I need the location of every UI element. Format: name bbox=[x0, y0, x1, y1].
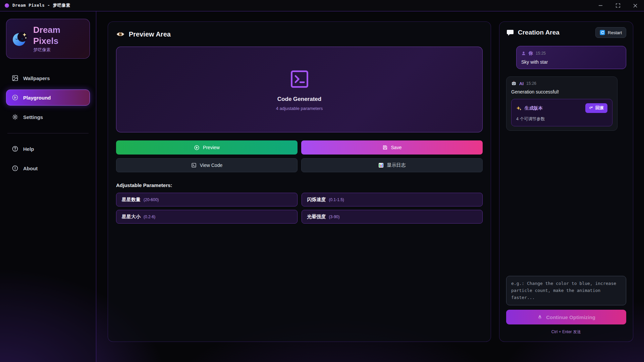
show-logs-button-label: 显示日志 bbox=[387, 162, 406, 168]
user-message: 你 15:25 Sky with star bbox=[516, 46, 626, 69]
eye-icon bbox=[116, 30, 125, 39]
app-body: Dream Pixels 梦呓像素 Wallpapers Playground … bbox=[0, 11, 644, 362]
help-circle-icon bbox=[12, 145, 18, 152]
ai-message: AI 15:26 Generation successful! 生成版本 bbox=[506, 76, 618, 131]
app-title: Dream Pixels bbox=[33, 24, 70, 46]
play-circle-icon bbox=[12, 94, 18, 101]
maximize-icon bbox=[616, 3, 620, 8]
chat-messages: 你 15:25 Sky with star bbox=[506, 46, 626, 131]
param-range: (0.2-6) bbox=[144, 215, 155, 219]
user-icon bbox=[521, 51, 526, 56]
sidebar-item-label: Wallpapers bbox=[23, 75, 50, 81]
sidebar-item-playground[interactable]: Playground bbox=[6, 89, 90, 106]
rollback-button[interactable]: 回滚 bbox=[585, 103, 607, 113]
param-name: 星星数量 bbox=[122, 197, 141, 203]
app-logo-card: Dream Pixels 梦呓像素 bbox=[6, 19, 90, 59]
content-area: Preview Area Code Generated 4 adjustable… bbox=[96, 11, 644, 362]
bar-chart-icon bbox=[378, 163, 384, 168]
image-icon bbox=[12, 75, 18, 81]
message-sender: AI bbox=[519, 81, 524, 86]
maximize-button[interactable] bbox=[609, 0, 627, 11]
titlebar: Dream Pixels - 梦呓像素 bbox=[0, 0, 644, 11]
param-range: (0.1-1.5) bbox=[329, 197, 344, 202]
message-sender: 你 bbox=[529, 50, 533, 56]
param-name: 光晕强度 bbox=[307, 214, 326, 220]
sidebar-item-label: Playground bbox=[23, 95, 51, 101]
version-label: 生成版本 bbox=[525, 105, 582, 111]
preview-placeholder-subheading: 4 adjustable parameters bbox=[276, 106, 323, 111]
param-chip-star-count[interactable]: 星星数量 (20-600) bbox=[116, 193, 298, 206]
message-text: Sky with star bbox=[521, 59, 621, 65]
preview-button-label: Preview bbox=[203, 145, 220, 150]
preview-panel: Preview Area Code Generated 4 adjustable… bbox=[108, 21, 491, 342]
preview-title: Preview Area bbox=[129, 31, 171, 38]
version-card: 生成版本 回滚 4 个可调节参数 bbox=[511, 99, 612, 126]
chat-input[interactable] bbox=[506, 276, 626, 305]
app-logo-dot-icon bbox=[5, 3, 9, 8]
app-subtitle: 梦呓像素 bbox=[33, 47, 70, 53]
close-icon bbox=[633, 4, 637, 8]
sidebar-item-label: About bbox=[23, 166, 38, 171]
sidebar-item-label: Help bbox=[23, 146, 34, 152]
param-name: 星星大小 bbox=[122, 214, 141, 220]
restart-button-label: Restart bbox=[608, 30, 622, 35]
undo-arrow-icon bbox=[589, 106, 593, 110]
terminal-icon bbox=[191, 163, 197, 168]
sidebar-divider bbox=[7, 133, 89, 133]
sidebar-item-wallpapers[interactable]: Wallpapers bbox=[6, 70, 90, 86]
app-logo-text: Dream Pixels 梦呓像素 bbox=[33, 24, 70, 53]
close-button[interactable] bbox=[627, 0, 644, 11]
refresh-icon bbox=[600, 30, 605, 35]
save-button[interactable]: Save bbox=[301, 140, 483, 155]
message-header: AI 15:26 bbox=[511, 81, 612, 86]
speech-bubble-icon bbox=[506, 28, 514, 37]
sidebar: Dream Pixels 梦呓像素 Wallpapers Playground … bbox=[0, 11, 96, 362]
view-code-button-label: View Code bbox=[200, 163, 222, 168]
send-hint: Ctrl + Enter 发送 bbox=[506, 329, 626, 335]
save-button-label: Save bbox=[391, 145, 402, 150]
rocket-icon bbox=[537, 314, 543, 320]
creation-panel: Creation Area Restart 你 bbox=[499, 21, 633, 342]
param-name: 闪烁速度 bbox=[307, 197, 326, 203]
param-chip-glow-strength[interactable]: 光晕强度 (3-90) bbox=[302, 210, 483, 224]
message-time: 15:26 bbox=[526, 81, 536, 86]
info-circle-icon bbox=[12, 165, 18, 172]
rollback-button-label: 回滚 bbox=[595, 105, 604, 111]
version-meta: 4 个可调节参数 bbox=[516, 116, 607, 122]
play-circle-icon bbox=[194, 145, 200, 150]
param-chip-twinkle-speed[interactable]: 闪烁速度 (0.1-1.5) bbox=[302, 193, 483, 206]
param-range: (20-600) bbox=[144, 197, 159, 202]
chat-spacer bbox=[506, 131, 626, 276]
gear-icon bbox=[12, 114, 18, 120]
param-range: (3-90) bbox=[329, 215, 340, 219]
restart-button[interactable]: Restart bbox=[595, 27, 626, 38]
sparkles-icon bbox=[516, 106, 522, 111]
floppy-disk-icon bbox=[382, 145, 388, 150]
preview-display: Code Generated 4 adjustable parameters bbox=[116, 47, 483, 132]
view-code-button[interactable]: View Code bbox=[116, 158, 298, 172]
params-label: Adjustable Parameters: bbox=[116, 182, 483, 188]
param-chip-star-size[interactable]: 星星大小 (0.2-6) bbox=[116, 210, 298, 224]
sidebar-item-about[interactable]: About bbox=[6, 160, 90, 176]
continue-optimizing-button[interactable]: Continue Optimizing bbox=[506, 310, 626, 324]
creation-title: Creation Area bbox=[518, 29, 592, 36]
robot-icon bbox=[511, 81, 517, 86]
sidebar-item-label: Settings bbox=[23, 114, 43, 120]
preview-button[interactable]: Preview bbox=[116, 140, 298, 155]
params-grid: 星星数量 (20-600) 闪烁速度 (0.1-1.5) 星星大小 (0.2-6… bbox=[116, 193, 483, 224]
sidebar-item-help[interactable]: Help bbox=[6, 141, 90, 157]
moon-icon bbox=[11, 30, 29, 48]
show-logs-button[interactable]: 显示日志 bbox=[301, 158, 483, 172]
message-time: 15:25 bbox=[536, 51, 546, 56]
continue-optimizing-label: Continue Optimizing bbox=[546, 314, 595, 320]
minimize-icon bbox=[598, 3, 603, 8]
terminal-icon bbox=[289, 68, 310, 90]
message-text: Generation successful! bbox=[511, 89, 612, 95]
window-title: Dream Pixels - 梦呓像素 bbox=[12, 3, 70, 8]
message-header: 你 15:25 bbox=[521, 50, 621, 56]
sidebar-item-settings[interactable]: Settings bbox=[6, 109, 90, 125]
preview-actions: Preview Save View Code bbox=[116, 140, 483, 172]
window-controls bbox=[592, 0, 644, 11]
creation-header: Creation Area Restart bbox=[506, 27, 626, 38]
minimize-button[interactable] bbox=[592, 0, 609, 11]
